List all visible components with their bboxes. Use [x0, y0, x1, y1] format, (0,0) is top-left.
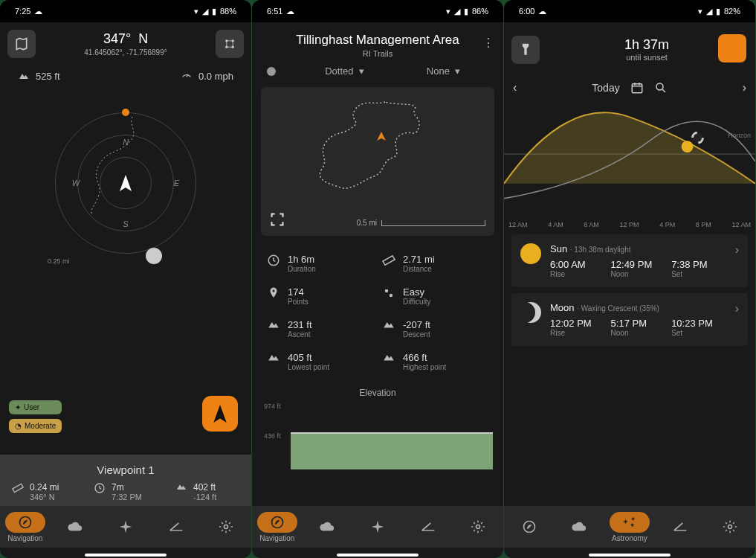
svg-point-20 — [728, 525, 732, 529]
status-bar: 7:25☁ ▾◢▮88% — [0, 0, 251, 22]
nav-settings[interactable] — [710, 516, 750, 537]
bottom-nav: Astronomy — [504, 506, 755, 548]
nav-navigation[interactable] — [509, 516, 549, 537]
ascent-icon — [267, 319, 280, 330]
trail-subtitle: RI Trails — [252, 49, 503, 58]
elevation-chart[interactable]: 974 ft 436 ft — [261, 403, 494, 469]
line-style-dropdown[interactable]: Dotted ▾ — [300, 65, 390, 77]
moon-icon — [520, 302, 541, 323]
altitude-icon — [18, 71, 30, 80]
nav-clinometer[interactable] — [156, 516, 196, 537]
next-day-button[interactable]: › — [743, 81, 746, 94]
signal-icon: ◢ — [202, 7, 208, 16]
svg-rect-14 — [632, 84, 642, 93]
bottom-nav: Navigation — [0, 506, 251, 548]
trail-detail-screen: 6:51☁ ▾◢▮86% Tillinghast Management Area… — [252, 0, 503, 558]
map-button[interactable] — [7, 30, 36, 58]
more-menu-button[interactable]: ⋮ — [482, 36, 494, 50]
svg-point-15 — [656, 83, 663, 90]
viewpoint-card[interactable]: Viewpoint 1 0.24 mi346° N 7m7:32 PM 402 … — [0, 455, 251, 513]
elevation-title: Elevation — [252, 388, 503, 398]
trail-title: Tillinghast Management Area — [252, 33, 503, 48]
nav-clinometer[interactable] — [660, 516, 700, 537]
sun-card[interactable]: Sun · 13h 38m daylight 6:00 AMRise 12:49… — [511, 234, 748, 287]
navigation-screen: 7:25☁ ▾◢▮88% 347° N 41.645062°, -71.7568… — [0, 0, 251, 558]
pin-icon — [267, 286, 280, 300]
svg-point-10 — [385, 289, 389, 293]
time-axis: 12 AM4 AM8 AM12 PM4 PM8 PM12 AM — [504, 221, 755, 228]
home-indicator[interactable] — [337, 554, 419, 557]
home-indicator[interactable] — [589, 554, 671, 557]
clock-icon — [267, 254, 280, 267]
moderate-badge[interactable]: ◔ Moderate — [9, 419, 62, 433]
svg-rect-9 — [383, 256, 395, 266]
chevron-right-icon: › — [735, 243, 739, 257]
status-bar: 6:51☁ ▾◢▮86% — [252, 0, 503, 22]
user-layer-badge[interactable]: ✦ User — [9, 400, 62, 414]
bottom-nav: Navigation — [252, 506, 503, 548]
status-bar: 6:00☁ ▾◢▮82% — [504, 0, 755, 22]
clock-icon — [94, 482, 106, 494]
search-button[interactable] — [654, 81, 668, 94]
beacons-button[interactable] — [216, 30, 244, 58]
status-time: 7:25 — [15, 7, 30, 16]
trail-path — [261, 87, 494, 236]
notif-icon: ☁ — [34, 7, 42, 16]
battery-pct: 88% — [220, 7, 236, 16]
compass[interactable]: N S W E 0.25 mi — [0, 86, 251, 280]
nav-navigation[interactable]: Navigation — [5, 512, 45, 542]
map-scale: 0.5 mi — [357, 219, 485, 227]
ruler-icon — [12, 482, 24, 494]
nav-settings[interactable] — [206, 516, 246, 537]
fullscreen-button[interactable] — [270, 212, 285, 227]
wifi-icon: ▾ — [194, 7, 198, 16]
astronomy-screen: 6:00☁ ▾◢▮82% 1h 37m until sunset ‹ Today… — [504, 0, 755, 558]
nav-tools[interactable] — [358, 516, 398, 537]
prev-day-button[interactable]: ‹ — [513, 81, 517, 94]
ruler-icon — [382, 254, 395, 267]
nav-weather[interactable] — [559, 516, 599, 537]
recenter-button[interactable] — [202, 396, 238, 432]
svg-point-18 — [693, 132, 703, 143]
track-path — [88, 117, 155, 214]
svg-point-7 — [224, 525, 228, 529]
nav-navigation[interactable]: Navigation — [257, 512, 297, 542]
gear-icon — [219, 519, 233, 534]
color-dot[interactable] — [267, 67, 276, 76]
svg-point-11 — [390, 294, 393, 298]
nav-weather[interactable] — [55, 516, 95, 537]
download-button[interactable] — [718, 34, 746, 62]
radius-label: 0.25 mi — [48, 257, 70, 265]
angle-icon — [169, 521, 184, 533]
today-label: Today — [592, 82, 619, 94]
sun-icon — [520, 243, 541, 264]
footsteps-icon — [382, 286, 395, 300]
svg-rect-4 — [13, 484, 23, 492]
nav-tools[interactable] — [106, 516, 146, 537]
battery-icon: ▮ — [212, 7, 216, 16]
svg-point-13 — [476, 525, 480, 529]
time-remaining: 1h 37m — [553, 37, 740, 53]
home-indicator[interactable] — [85, 554, 167, 557]
chevron-right-icon: › — [735, 302, 739, 315]
nav-settings[interactable] — [458, 516, 498, 537]
star-icon — [118, 519, 133, 534]
low-icon — [267, 352, 280, 362]
flashlight-button[interactable] — [511, 36, 540, 64]
overlay-dropdown[interactable]: None ▾ — [398, 65, 488, 77]
trail-stats: 1h 6mDuration 2.71 miDistance 174Points … — [252, 242, 503, 383]
nav-clinometer[interactable] — [408, 516, 448, 537]
mountain-icon — [175, 482, 187, 491]
nav-weather[interactable] — [307, 516, 347, 537]
heading-display[interactable]: 347° N 41.645062°, -71.756899° — [42, 31, 210, 57]
moon-card[interactable]: Moon · Waxing Crescent (35%) 12:02 PMRis… — [511, 293, 748, 346]
north-marker — [122, 109, 129, 116]
trail-map[interactable]: 0.5 mi — [261, 87, 494, 236]
viewpoint-title: Viewpoint 1 — [12, 464, 239, 476]
speed-icon — [181, 70, 193, 82]
high-icon — [382, 352, 395, 362]
calendar-button[interactable] — [630, 81, 644, 94]
svg-point-17 — [682, 141, 694, 153]
nav-astronomy[interactable]: Astronomy — [610, 512, 650, 542]
sun-path-chart[interactable]: Horizon 12 AM4 AM8 AM12 PM4 PM8 PM12 AM — [504, 102, 755, 228]
